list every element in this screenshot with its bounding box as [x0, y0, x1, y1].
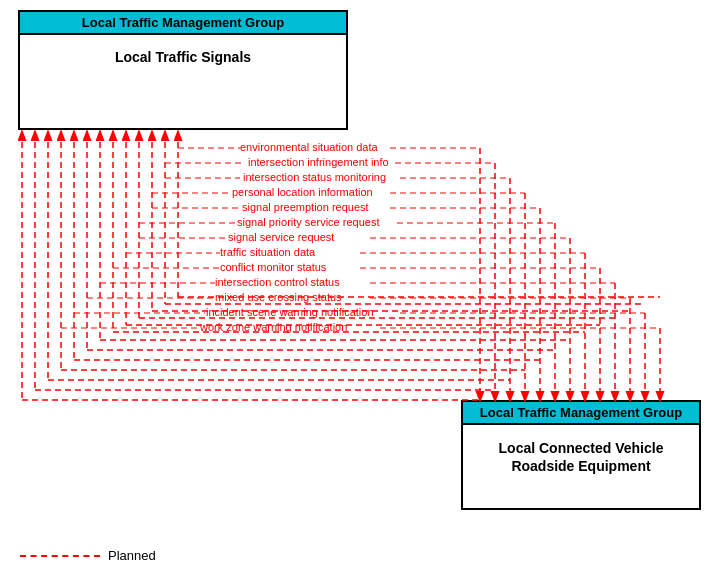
- label-personal-location: personal location information: [232, 186, 373, 198]
- legend: Planned: [20, 548, 156, 563]
- label-incident-scene: incident scene warning notification: [206, 306, 374, 318]
- legend-line: [20, 555, 100, 557]
- label-signal-priority: signal priority service request: [237, 216, 379, 228]
- label-signal-preemption: signal preemption request: [242, 201, 369, 213]
- label-intersection-infringement: intersection infringement info: [248, 156, 389, 168]
- label-traffic-situation: traffic situation data: [220, 246, 315, 258]
- label-signal-service: signal service request: [228, 231, 334, 243]
- left-box-title: Local Traffic Signals: [20, 44, 346, 70]
- left-box-header: Local Traffic Management Group: [18, 10, 348, 35]
- label-intersection-status: intersection status monitoring: [243, 171, 386, 183]
- left-box: Local Traffic Management Group Local Tra…: [18, 10, 348, 130]
- label-work-zone: work zone warning notification: [200, 321, 347, 333]
- right-box: Local Traffic Management Group Local Con…: [461, 400, 701, 510]
- diagram-container: Local Traffic Management Group Local Tra…: [0, 0, 719, 583]
- label-intersection-control: intersection control status: [215, 276, 340, 288]
- label-mixed-use: mixed use crossing status: [215, 291, 342, 303]
- right-box-header: Local Traffic Management Group: [461, 400, 701, 425]
- right-box-title: Local Connected Vehicle Roadside Equipme…: [463, 434, 699, 480]
- legend-label: Planned: [108, 548, 156, 563]
- label-conflict-monitor: conflict monitor status: [220, 261, 326, 273]
- label-env-situation: environmental situation data: [240, 141, 378, 153]
